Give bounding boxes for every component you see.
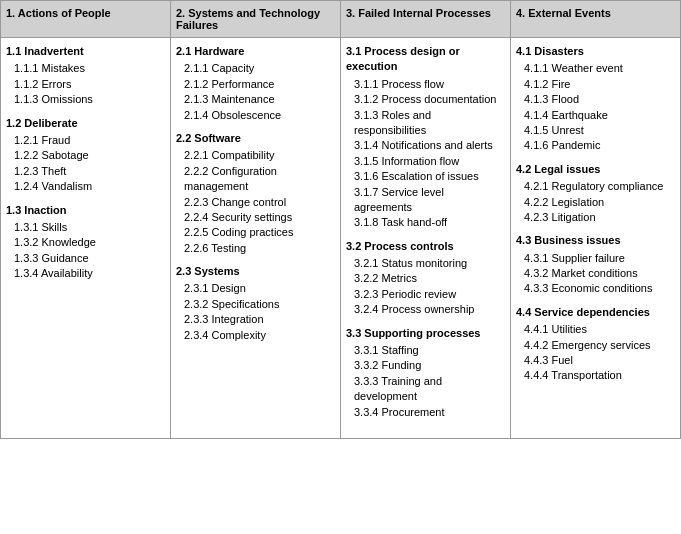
item-col1-1-1: 1.2.2 Sabotage <box>14 148 165 163</box>
item-col2-1-5: 2.2.6 Testing <box>184 241 335 256</box>
item-col3-0-7: 3.1.8 Task hand-off <box>354 215 505 230</box>
col2-body: 2.1 Hardware2.1.1 Capacity2.1.2 Performa… <box>171 38 341 438</box>
item-col4-3-0: 4.4.1 Utilities <box>524 322 675 337</box>
item-col2-2-3: 2.3.4 Complexity <box>184 328 335 343</box>
item-col2-0-2: 2.1.3 Maintenance <box>184 92 335 107</box>
item-col4-0-2: 4.1.3 Flood <box>524 92 675 107</box>
item-col2-1-0: 2.2.1 Compatibility <box>184 148 335 163</box>
section-title-col4-2: 4.3 Business issues <box>516 233 675 248</box>
header-col2: 2. Systems and Technology Failures <box>171 1 341 37</box>
section-title-col1-2: 1.3 Inaction <box>6 203 165 218</box>
section-title-col4-0: 4.1 Disasters <box>516 44 675 59</box>
item-col2-2-2: 2.3.3 Integration <box>184 312 335 327</box>
item-col4-0-5: 4.1.6 Pandemic <box>524 138 675 153</box>
item-col3-0-4: 3.1.5 Information flow <box>354 154 505 169</box>
item-col2-0-0: 2.1.1 Capacity <box>184 61 335 76</box>
item-col4-2-2: 4.3.3 Economic conditions <box>524 281 675 296</box>
header-col3: 3. Failed Internal Processes <box>341 1 511 37</box>
col1-body: 1.1 Inadvertent1.1.1 Mistakes1.1.2 Error… <box>1 38 171 438</box>
section-title-col2-2: 2.3 Systems <box>176 264 335 279</box>
item-col3-2-3: 3.3.4 Procurement <box>354 405 505 420</box>
body-row: 1.1 Inadvertent1.1.1 Mistakes1.1.2 Error… <box>1 38 680 438</box>
item-col1-2-2: 1.3.3 Guidance <box>14 251 165 266</box>
section-title-col1-0: 1.1 Inadvertent <box>6 44 165 59</box>
section-title-col2-1: 2.2 Software <box>176 131 335 146</box>
item-col2-0-3: 2.1.4 Obsolescence <box>184 108 335 123</box>
col3-body: 3.1 Process design or execution3.1.1 Pro… <box>341 38 511 438</box>
item-col3-1-2: 3.2.3 Periodic review <box>354 287 505 302</box>
item-col3-1-0: 3.2.1 Status monitoring <box>354 256 505 271</box>
section-title-col3-1: 3.2 Process controls <box>346 239 505 254</box>
item-col4-2-0: 4.3.1 Supplier failure <box>524 251 675 266</box>
item-col1-0-2: 1.1.3 Omissions <box>14 92 165 107</box>
header-row: 1. Actions of People 2. Systems and Tech… <box>1 1 680 38</box>
item-col3-2-2: 3.3.3 Training and development <box>354 374 505 405</box>
item-col3-0-3: 3.1.4 Notifications and alerts <box>354 138 505 153</box>
item-col1-0-0: 1.1.1 Mistakes <box>14 61 165 76</box>
item-col1-2-0: 1.3.1 Skills <box>14 220 165 235</box>
section-title-col4-3: 4.4 Service dependencies <box>516 305 675 320</box>
item-col1-2-1: 1.3.2 Knowledge <box>14 235 165 250</box>
item-col3-2-0: 3.3.1 Staffing <box>354 343 505 358</box>
item-col3-1-3: 3.2.4 Process ownership <box>354 302 505 317</box>
col4-body: 4.1 Disasters4.1.1 Weather event4.1.2 Fi… <box>511 38 680 438</box>
item-col2-2-0: 2.3.1 Design <box>184 281 335 296</box>
item-col3-0-1: 3.1.2 Process documentation <box>354 92 505 107</box>
item-col4-3-2: 4.4.3 Fuel <box>524 353 675 368</box>
main-table: 1. Actions of People 2. Systems and Tech… <box>0 0 681 439</box>
header-col4: 4. External Events <box>511 1 680 37</box>
item-col2-1-1: 2.2.2 Configuration management <box>184 164 335 195</box>
section-title-col1-1: 1.2 Deliberate <box>6 116 165 131</box>
section-title-col3-2: 3.3 Supporting processes <box>346 326 505 341</box>
item-col2-1-3: 2.2.4 Security settings <box>184 210 335 225</box>
item-col2-2-1: 2.3.2 Specifications <box>184 297 335 312</box>
section-title-col2-0: 2.1 Hardware <box>176 44 335 59</box>
item-col3-0-5: 3.1.6 Escalation of issues <box>354 169 505 184</box>
section-title-col4-1: 4.2 Legal issues <box>516 162 675 177</box>
section-title-col3-0: 3.1 Process design or execution <box>346 44 505 75</box>
item-col1-1-2: 1.2.3 Theft <box>14 164 165 179</box>
header-col1: 1. Actions of People <box>1 1 171 37</box>
item-col2-1-4: 2.2.5 Coding practices <box>184 225 335 240</box>
item-col3-0-0: 3.1.1 Process flow <box>354 77 505 92</box>
item-col4-2-1: 4.3.2 Market conditions <box>524 266 675 281</box>
item-col3-2-1: 3.3.2 Funding <box>354 358 505 373</box>
item-col4-3-1: 4.4.2 Emergency services <box>524 338 675 353</box>
item-col1-1-0: 1.2.1 Fraud <box>14 133 165 148</box>
item-col4-1-0: 4.2.1 Regulatory compliance <box>524 179 675 194</box>
item-col3-1-1: 3.2.2 Metrics <box>354 271 505 286</box>
item-col4-3-3: 4.4.4 Transportation <box>524 368 675 383</box>
item-col4-1-2: 4.2.3 Litigation <box>524 210 675 225</box>
item-col4-0-1: 4.1.2 Fire <box>524 77 675 92</box>
item-col1-2-3: 1.3.4 Availability <box>14 266 165 281</box>
item-col4-0-4: 4.1.5 Unrest <box>524 123 675 138</box>
item-col4-0-0: 4.1.1 Weather event <box>524 61 675 76</box>
item-col1-0-1: 1.1.2 Errors <box>14 77 165 92</box>
item-col4-0-3: 4.1.4 Earthquake <box>524 108 675 123</box>
item-col3-0-2: 3.1.3 Roles and responsibilities <box>354 108 505 139</box>
item-col2-1-2: 2.2.3 Change control <box>184 195 335 210</box>
item-col4-1-1: 4.2.2 Legislation <box>524 195 675 210</box>
item-col2-0-1: 2.1.2 Performance <box>184 77 335 92</box>
item-col3-0-6: 3.1.7 Service level agreements <box>354 185 505 216</box>
item-col1-1-3: 1.2.4 Vandalism <box>14 179 165 194</box>
